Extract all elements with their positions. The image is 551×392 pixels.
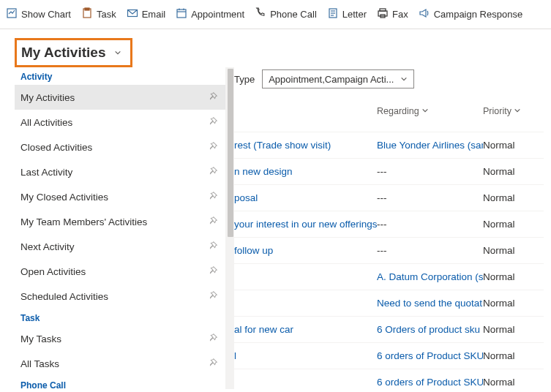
view-option-label: Last Activity [20,167,72,178]
table-row[interactable]: 6 orders of Product SKU .Normal [234,369,544,392]
view-option[interactable]: Last Activity [15,159,225,184]
pin-icon[interactable] [208,141,218,154]
view-option[interactable]: My Tasks [15,326,225,351]
cell-priority: Normal [483,166,534,177]
view-option-label: Closed Activities [20,142,92,153]
cell-subject[interactable]: follow up [234,245,377,256]
grid-header: Regarding Priority [234,102,544,120]
pin-icon[interactable] [208,216,218,228]
cell-subject[interactable]: n new design [234,166,377,177]
email-button[interactable]: Email [127,7,166,21]
table-row[interactable]: Need to send the quotatiNormal [234,290,544,316]
task-label: Task [97,9,116,20]
task-button[interactable]: Task [81,7,116,21]
view-group-header: Activity [15,67,225,85]
dropdown-scroll-thumb[interactable] [228,69,233,237]
view-option[interactable]: All Activities [15,110,225,135]
table-row[interactable]: n new design---Normal [234,158,544,184]
chevron-down-icon [514,106,521,116]
table-row[interactable]: A. Datum Corporation (saNormal [234,263,544,290]
cell-priority: Normal [483,271,534,282]
svg-rect-13 [380,9,386,11]
view-option-label: My Tasks [20,333,61,344]
cell-priority: Normal [483,377,534,388]
chart-icon [6,7,18,21]
chevron-down-icon [400,74,408,85]
cell-regarding[interactable]: Need to send the quotati [377,298,483,309]
view-option[interactable]: Next Activity [15,234,225,259]
svg-rect-4 [177,10,186,18]
pin-icon[interactable] [208,91,218,104]
cell-subject[interactable]: rest (Trade show visit) [234,140,377,151]
pin-icon[interactable] [208,191,218,203]
view-group-header: Task [15,309,225,326]
chevron-down-icon [421,106,429,116]
column-header-regarding[interactable]: Regarding [377,106,429,116]
col-priority-label: Priority [483,106,511,116]
view-option[interactable]: My Activities [15,85,225,110]
view-option[interactable]: My Closed Activities [15,184,225,209]
toolbar: Show Chart Task Email Appointment Phone … [0,0,551,29]
view-option[interactable]: Closed Activities [15,135,225,159]
chevron-down-icon [114,48,121,59]
phone-call-label: Phone Call [270,9,317,20]
cell-priority: Normal [483,324,534,335]
filter-label: Type [234,74,255,85]
view-selector[interactable]: My Activities [15,38,132,67]
campaign-icon [419,7,430,21]
appointment-label: Appointment [191,9,244,20]
table-row[interactable]: l6 orders of Product SKU .Normal [234,342,544,369]
pin-icon[interactable] [208,358,218,370]
letter-button[interactable]: Letter [327,7,367,21]
view-option[interactable]: Scheduled Activities [15,284,225,309]
email-icon [127,7,138,21]
cell-regarding[interactable]: 6 orders of Product SKU . [377,350,483,361]
column-header-priority[interactable]: Priority [483,106,521,116]
cell-regarding: --- [377,219,483,230]
table-row[interactable]: rest (Trade show visit)Blue Yonder Airli… [234,132,544,158]
activity-type-dropdown[interactable]: Appointment,Campaign Acti... [262,69,414,88]
view-option-label: All Activities [20,117,72,128]
phone-call-button[interactable]: Phone Call [255,7,317,21]
view-option[interactable]: My Team Members' Activities [15,209,225,234]
table-row[interactable]: al for new car6 Orders of product sku JN… [234,316,544,342]
svg-rect-12 [378,11,387,16]
cell-subject[interactable]: your interest in our new offerings [234,219,377,230]
view-option-label: All Tasks [20,358,59,369]
cell-subject[interactable]: al for new car [234,324,377,335]
cell-regarding[interactable]: Blue Yonder Airlines (sam [377,140,483,151]
table-row[interactable]: follow up---Normal [234,237,544,263]
campaign-response-button[interactable]: Campaign Response [419,7,522,21]
cell-regarding[interactable]: 6 Orders of product sku J [377,324,483,335]
table-row[interactable]: posal---Normal [234,184,544,211]
view-option-label: My Closed Activities [20,192,108,203]
cell-subject[interactable]: l [234,350,377,361]
activity-type-filter: Type Appointment,Campaign Acti... [234,69,414,88]
view-option-label: Open Activities [20,266,86,277]
svg-rect-0 [7,9,16,18]
pin-icon[interactable] [208,241,218,253]
fax-icon [377,7,389,21]
fax-button[interactable]: Fax [377,7,408,21]
view-option-label: My Activities [20,92,75,103]
cell-regarding: --- [377,166,483,177]
pin-icon[interactable] [208,265,218,278]
cell-subject[interactable]: posal [234,192,377,203]
cell-priority: Normal [483,219,534,230]
dropdown-scrollbar[interactable] [225,67,234,389]
fax-label: Fax [392,9,408,20]
appointment-button[interactable]: Appointment [176,7,244,21]
pin-icon[interactable] [208,290,218,303]
view-option-label: My Team Members' Activities [20,216,147,227]
pin-icon[interactable] [208,333,218,345]
view-option[interactable]: Open Activities [15,259,225,284]
view-option[interactable]: All Tasks [15,351,225,376]
table-row[interactable]: your interest in our new offerings---Nor… [234,211,544,237]
pin-icon[interactable] [208,116,218,129]
filter-value: Appointment,Campaign Acti... [269,74,394,85]
show-chart-button[interactable]: Show Chart [6,7,71,21]
cell-regarding[interactable]: A. Datum Corporation (sa [377,271,483,282]
cell-regarding[interactable]: 6 orders of Product SKU . [377,377,483,388]
view-option-label: Scheduled Activities [20,291,108,302]
pin-icon[interactable] [208,166,218,178]
